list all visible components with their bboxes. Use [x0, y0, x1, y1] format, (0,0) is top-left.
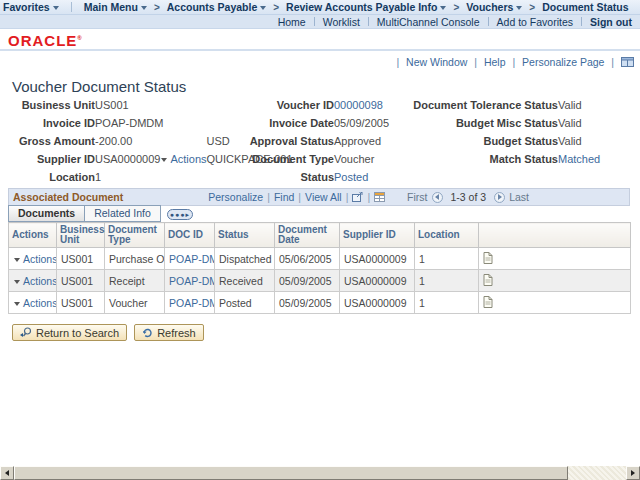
worklist-link[interactable]: Worklist: [323, 16, 360, 28]
pagination-last-label[interactable]: Last: [509, 191, 529, 203]
multichannel-console-link[interactable]: MultiChannel Console: [377, 16, 480, 28]
utility-separator: |: [474, 56, 477, 68]
cell-document-type: Receipt: [105, 270, 165, 292]
scroll-right-button[interactable]: [626, 466, 640, 480]
new-window-link[interactable]: New Window: [406, 56, 467, 68]
return-to-search-button[interactable]: Return to Search: [12, 324, 127, 341]
cell-business-unit: US001: [57, 270, 105, 292]
business-unit-value: US001: [95, 96, 207, 114]
next-page-icon[interactable]: [494, 192, 505, 203]
document-icon[interactable]: [483, 274, 493, 286]
toolbar: Return to Search Refresh: [12, 324, 204, 341]
control-separator: |: [298, 191, 301, 203]
horizontal-scrollbar[interactable]: [0, 466, 640, 480]
cell-business-unit: US001: [57, 248, 105, 270]
cell-location: 1: [415, 248, 479, 270]
add-to-favorites-link[interactable]: Add to Favorites: [497, 16, 573, 28]
header-link-divider: [314, 17, 315, 26]
supplier-id-label: Supplier ID: [10, 150, 95, 168]
help-link[interactable]: Help: [484, 56, 506, 68]
doc-id-link[interactable]: POAP-DM: [169, 275, 215, 287]
sign-out-link[interactable]: Sign out: [590, 16, 632, 28]
application-window: Favorites Main Menu > Accounts Payable >…: [0, 0, 640, 480]
cell-status: Dispatched: [215, 248, 275, 270]
document-icon[interactable]: [483, 296, 493, 308]
chevron-down-icon: [440, 6, 446, 10]
row-actions-dropdown-icon[interactable]: [14, 258, 20, 262]
utility-separator: |: [611, 56, 614, 68]
grid-tab-row: Documents Related Info ●●●▸: [8, 206, 630, 222]
header-link-divider: [581, 17, 582, 26]
actions-dropdown-icon[interactable]: [161, 158, 167, 162]
tab-documents[interactable]: Documents: [8, 205, 85, 222]
refresh-button[interactable]: Refresh: [134, 324, 204, 341]
row-actions-link[interactable]: Actions: [23, 253, 57, 265]
personalize-link[interactable]: Personalize: [208, 191, 263, 203]
grid-header-bar: Associated Document Personalize | Find |…: [8, 188, 630, 206]
row-actions-dropdown-icon[interactable]: [14, 302, 20, 306]
main-menu-label: Main Menu: [84, 1, 138, 13]
page-layout-icon[interactable]: [621, 57, 634, 67]
row-actions-link[interactable]: Actions: [23, 275, 57, 287]
chevron-down-icon: [53, 6, 59, 10]
breadcrumb-divider: [71, 2, 72, 12]
voucher-id-link[interactable]: 00000098: [334, 99, 383, 111]
show-all-tabs-icon[interactable]: ●●●▸: [167, 209, 193, 220]
doc-id-link[interactable]: POAP-DM: [169, 297, 215, 309]
scrollbar-thumb[interactable]: [14, 466, 568, 480]
refresh-icon: [142, 327, 153, 338]
col-supplier-id: Supplier ID: [340, 223, 415, 248]
find-link[interactable]: Find: [274, 191, 294, 203]
control-separator: |: [367, 191, 370, 203]
status-link[interactable]: Posted: [334, 171, 368, 183]
match-status-link[interactable]: Matched: [558, 153, 600, 165]
invoice-id-value: POAP-DMDM: [95, 114, 207, 132]
tab-related-info[interactable]: Related Info: [85, 205, 161, 222]
cell-status: Posted: [215, 292, 275, 314]
supplier-actions-link[interactable]: Actions: [170, 153, 206, 165]
download-icon[interactable]: [374, 192, 385, 202]
oracle-logo: ORACLE®: [8, 32, 83, 49]
row-actions-dropdown-icon[interactable]: [14, 280, 20, 284]
pagination-first-label[interactable]: First: [407, 191, 427, 203]
zoom-grid-icon[interactable]: [352, 192, 363, 202]
utility-separator: |: [396, 56, 399, 68]
breadcrumb-item-review-ap-info[interactable]: Review Accounts Payable Info: [283, 1, 449, 13]
cell-document-date: 05/09/2005: [275, 270, 340, 292]
main-menu[interactable]: Main Menu: [81, 1, 150, 13]
doc-id-link[interactable]: POAP-DM: [169, 253, 215, 265]
col-attachment: [479, 223, 631, 248]
table-row: Actions US001 Receipt POAP-DM Received 0…: [9, 270, 631, 292]
scroll-left-button[interactable]: [0, 466, 14, 480]
location-label: Location: [10, 168, 95, 186]
cell-supplier-id: USA0000009: [340, 292, 415, 314]
breadcrumb-item-vouchers[interactable]: Vouchers: [463, 1, 525, 13]
utility-links: | New Window | Help | Personalize Page |: [392, 56, 634, 68]
document-type-label: Document Type: [240, 150, 334, 168]
invoice-id-label: Invoice ID: [10, 114, 95, 132]
col-document-type: Document Type: [105, 223, 165, 248]
previous-page-icon[interactable]: [432, 192, 443, 203]
breadcrumb-item-accounts-payable[interactable]: Accounts Payable: [164, 1, 269, 13]
business-unit-label: Business Unit: [10, 96, 95, 114]
field-group-middle: Voucher ID00000098 Invoice Date05/09/200…: [240, 96, 389, 186]
document-type-value: Voucher: [334, 150, 389, 168]
logo-band: ORACLE®: [0, 29, 640, 51]
table-row: Actions US001 Purchase Order POAP-DM Dis…: [9, 248, 631, 270]
cell-status: Received: [215, 270, 275, 292]
cell-location: 1: [415, 270, 479, 292]
status-label: Status: [240, 168, 334, 186]
row-actions-link[interactable]: Actions: [23, 297, 57, 309]
view-all-link[interactable]: View All: [305, 191, 342, 203]
cell-document-type: Purchase Order: [105, 248, 165, 270]
associated-document-grid: Associated Document Personalize | Find |…: [8, 188, 630, 314]
col-document-date: Document Date: [275, 223, 340, 248]
home-link[interactable]: Home: [278, 16, 306, 28]
document-icon[interactable]: [483, 252, 493, 264]
budget-status-label: Budget Status: [408, 132, 558, 150]
favorites-menu[interactable]: Favorites: [0, 1, 62, 13]
grid-pagination: First 1-3 of 3 Last: [407, 191, 529, 203]
budget-status-value: Valid: [558, 132, 600, 150]
personalize-page-link[interactable]: Personalize Page: [522, 56, 604, 68]
chevron-down-icon: [141, 6, 147, 10]
